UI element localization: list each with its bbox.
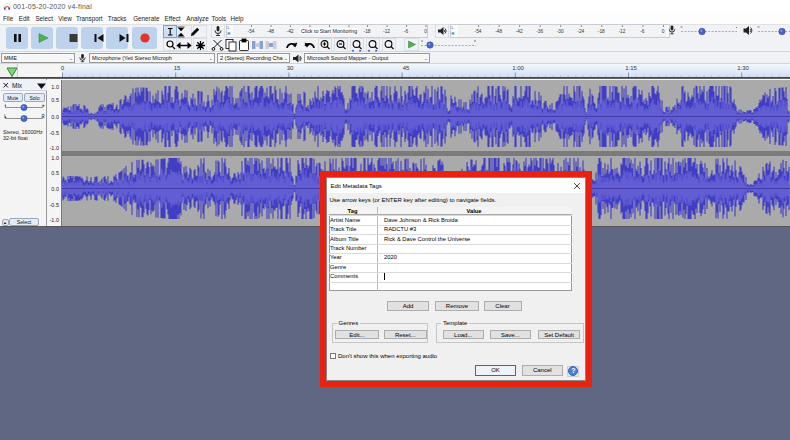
svg-text:+: + — [42, 103, 45, 108]
svg-text:L: L — [4, 114, 7, 119]
svg-text:Mix: Mix — [12, 82, 23, 89]
svg-text:R: R — [42, 114, 46, 119]
